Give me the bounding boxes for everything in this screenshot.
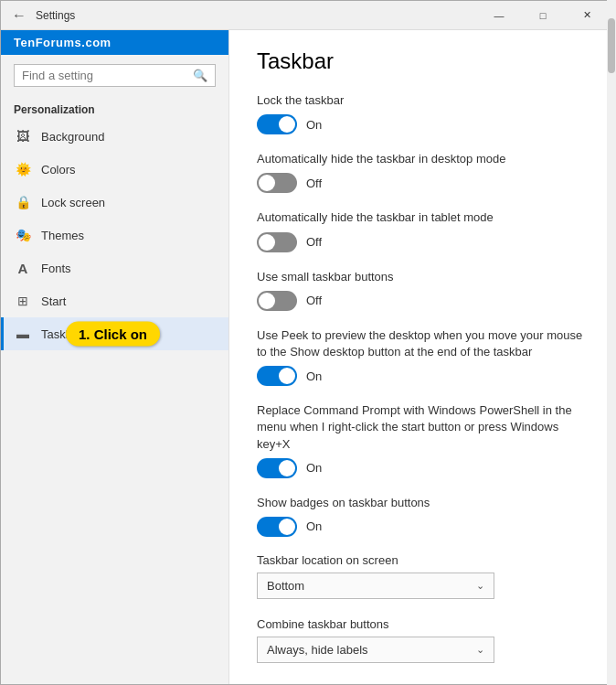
customize-taskbars-link[interactable]: How do I customize taskbars? <box>257 681 588 684</box>
small-buttons-toggle[interactable] <box>257 291 297 311</box>
sidebar-item-label-fonts: Fonts <box>41 262 71 275</box>
location-chevron-icon: ⌄ <box>476 580 484 592</box>
peek-setting: Use Peek to preview the desktop when you… <box>257 327 588 386</box>
badges-toggle-text: On <box>306 519 322 533</box>
watermark-banner: TenForums.com <box>1 30 228 55</box>
lock-icon: 🔒 <box>14 193 32 211</box>
auto-hide-tablet-label: Automatically hide the taskbar in tablet… <box>257 209 588 226</box>
powershell-toggle[interactable] <box>257 458 297 478</box>
search-input[interactable] <box>22 69 193 82</box>
small-buttons-label: Use small taskbar buttons <box>257 269 588 285</box>
sidebar-item-label-lock-screen: Lock screen <box>41 196 105 209</box>
powershell-label: Replace Command Prompt with Windows Powe… <box>257 402 588 453</box>
combine-chevron-icon: ⌄ <box>476 644 484 656</box>
badges-toggle[interactable] <box>257 517 297 537</box>
location-select-row: Taskbar location on screen Bottom ⌄ <box>257 553 588 599</box>
main-content: Taskbar Lock the taskbar On Automaticall… <box>229 30 615 684</box>
powershell-setting: Replace Command Prompt with Windows Powe… <box>257 402 588 478</box>
window-title: Settings <box>36 9 478 22</box>
sidebar-item-background[interactable]: 🖼 Background <box>1 120 228 153</box>
peek-toggle-text: On <box>306 369 322 383</box>
maximize-button[interactable]: □ <box>522 1 564 30</box>
taskbar-icon: ▬ <box>14 325 32 343</box>
sidebar: TenForums.com 🔍 Personalization 🖼 Backgr… <box>1 30 229 684</box>
close-button[interactable]: ✕ <box>566 1 608 30</box>
window-controls: — □ ✕ <box>478 1 608 30</box>
auto-hide-desktop-label: Automatically hide the taskbar in deskto… <box>257 151 588 167</box>
search-icon: 🔍 <box>193 69 207 82</box>
sidebar-section-title: Personalization <box>1 96 228 120</box>
combine-label: Combine taskbar buttons <box>257 617 588 631</box>
badges-setting: Show badges on taskbar buttons On <box>257 495 588 537</box>
start-icon: ⊞ <box>14 292 32 310</box>
location-select[interactable]: Bottom ⌄ <box>257 573 494 599</box>
settings-window: ← Settings — □ ✕ TenForums.com 🔍 Persona… <box>0 0 616 685</box>
small-buttons-setting: Use small taskbar buttons Off <box>257 269 588 311</box>
auto-hide-desktop-toggle-text: Off <box>306 177 322 190</box>
auto-hide-tablet-setting: Automatically hide the taskbar in tablet… <box>257 209 588 252</box>
annotation-badge-1: 1. Click on <box>66 322 160 347</box>
back-button[interactable]: ← <box>8 5 30 27</box>
auto-hide-desktop-setting: Automatically hide the taskbar in deskto… <box>257 151 588 193</box>
title-bar: ← Settings — □ ✕ <box>1 1 615 30</box>
page-title: Taskbar <box>257 48 588 74</box>
lock-taskbar-setting: Lock the taskbar On <box>257 92 588 134</box>
auto-hide-tablet-toggle[interactable] <box>257 232 297 252</box>
sidebar-item-label-background: Background <box>41 130 104 144</box>
sidebar-item-themes[interactable]: 🎭 Themes <box>1 219 228 252</box>
combine-value: Always, hide labels <box>267 643 368 657</box>
badges-label: Show badges on taskbar buttons <box>257 495 588 511</box>
scrollbar-thumb[interactable] <box>608 30 615 73</box>
sidebar-item-taskbar[interactable]: ▬ Taskbar 1. Click on <box>1 317 228 350</box>
lock-taskbar-label: Lock the taskbar <box>257 92 588 109</box>
combine-select[interactable]: Always, hide labels ⌄ <box>257 637 494 663</box>
peek-label: Use Peek to preview the desktop when you… <box>257 327 588 360</box>
combine-select-row: Combine taskbar buttons Always, hide lab… <box>257 617 588 663</box>
themes-icon: 🎭 <box>14 226 32 244</box>
location-value: Bottom <box>267 579 304 593</box>
sidebar-item-start[interactable]: ⊞ Start <box>1 284 228 317</box>
location-label: Taskbar location on screen <box>257 553 588 567</box>
fonts-icon: A <box>14 259 32 277</box>
colors-icon: 🌞 <box>14 160 32 178</box>
lock-taskbar-toggle-text: On <box>306 118 322 132</box>
auto-hide-tablet-toggle-text: Off <box>306 235 322 249</box>
small-buttons-toggle-text: Off <box>306 294 322 307</box>
minimize-button[interactable]: — <box>478 1 520 30</box>
background-icon: 🖼 <box>14 127 32 145</box>
sidebar-item-colors[interactable]: 🌞 Colors <box>1 153 228 186</box>
search-box[interactable]: 🔍 <box>14 64 216 87</box>
sidebar-item-label-themes: Themes <box>41 229 84 242</box>
sidebar-item-label-colors: Colors <box>41 163 76 177</box>
auto-hide-desktop-toggle[interactable] <box>257 173 297 193</box>
scrollbar-track[interactable] <box>607 30 615 684</box>
sidebar-item-label-start: Start <box>41 294 66 308</box>
sidebar-item-lock-screen[interactable]: 🔒 Lock screen <box>1 186 228 219</box>
lock-taskbar-toggle[interactable] <box>257 114 297 134</box>
sidebar-item-fonts[interactable]: A Fonts <box>1 252 228 284</box>
peek-toggle[interactable] <box>257 366 297 386</box>
powershell-toggle-text: On <box>306 461 322 475</box>
